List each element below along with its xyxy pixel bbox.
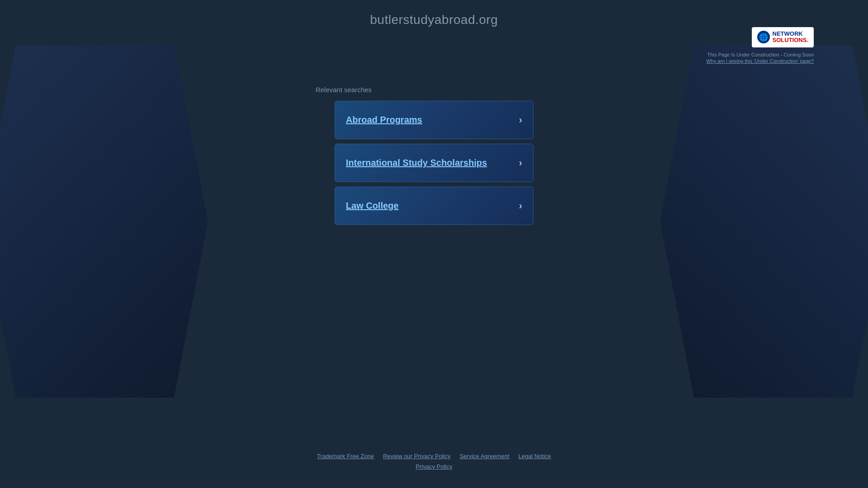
footer-links: Trademark Free Zone Review our Privacy P… (317, 453, 551, 460)
law-college-arrow-icon: › (519, 200, 522, 212)
trademark-link[interactable]: Trademark Free Zone (317, 453, 374, 460)
search-items-container: Abroad Programs › International Study Sc… (335, 101, 533, 225)
ns-logo-text: network solutions. (773, 31, 808, 44)
ns-network-label: network (773, 31, 808, 37)
international-study-label: International Study Scholarships (346, 158, 487, 168)
site-title: butlerstudyabroad.org (370, 13, 498, 27)
content-wrapper: butlerstudyabroad.org 🌐 network solution… (0, 0, 868, 488)
legal-notice-link[interactable]: Legal Notice (519, 453, 551, 460)
search-item-abroad-programs[interactable]: Abroad Programs › (335, 101, 533, 139)
service-agreement-link[interactable]: Service Agreement (460, 453, 509, 460)
search-item-international-study[interactable]: International Study Scholarships › (335, 144, 533, 182)
ns-status-text: This Page Is Under Construction - Coming… (708, 51, 814, 59)
search-item-law-college[interactable]: Law College › (335, 187, 533, 225)
ns-solutions-label: solutions. (773, 37, 808, 43)
main-content: Relevant searches Abroad Programs › Inte… (0, 86, 868, 225)
law-college-label: Law College (346, 201, 399, 211)
privacy-review-link[interactable]: Review our Privacy Policy (383, 453, 451, 460)
relevant-searches-label: Relevant searches (316, 86, 372, 94)
international-study-arrow-icon: › (519, 157, 522, 169)
footer: Trademark Free Zone Review our Privacy P… (0, 453, 868, 470)
privacy-policy-link[interactable]: Privacy Policy (416, 463, 453, 470)
ns-why-link[interactable]: Why am I seeing this 'Under Construction… (706, 58, 814, 64)
ns-globe-icon: 🌐 (757, 31, 770, 43)
network-solutions-block: 🌐 network solutions. This Page Is Under … (706, 27, 814, 64)
abroad-programs-label: Abroad Programs (346, 115, 422, 125)
ns-logo: 🌐 network solutions. (752, 27, 814, 47)
abroad-programs-arrow-icon: › (519, 114, 522, 126)
